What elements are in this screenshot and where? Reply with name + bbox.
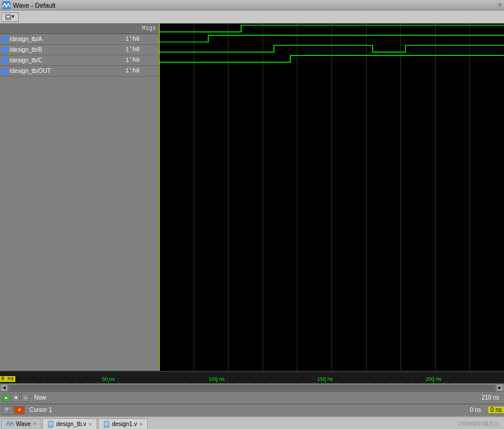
tab-design1-label: design1.v	[112, 421, 137, 427]
tick-small	[206, 382, 207, 383]
tick-small	[249, 382, 250, 383]
doc-icon-2	[104, 421, 110, 428]
tick-small	[238, 382, 239, 383]
tick-small	[260, 382, 261, 383]
msgs-col-header: Msgs	[100, 25, 158, 32]
svg-rect-3	[48, 421, 54, 428]
wave-area[interactable]	[159, 24, 504, 371]
tick-small	[477, 382, 478, 383]
tick-small	[65, 382, 65, 383]
tick-small	[227, 382, 228, 383]
tick-small	[11, 382, 11, 383]
tick-small	[76, 382, 77, 383]
cursor-line	[159, 24, 160, 371]
doc-icon-1	[48, 421, 54, 428]
tick-small	[32, 382, 33, 383]
signal-row-1[interactable]: /design_tb/B 1'h0	[0, 45, 158, 55]
status-icons-2: 🔍 ⊕	[0, 406, 27, 414]
tick-small	[445, 382, 445, 383]
tick-small	[423, 382, 423, 383]
signal-area: Msgs /design_tb/A 1'h0 /design_tb/B 1'h0…	[0, 24, 504, 371]
status-icon-2: ■	[12, 394, 20, 402]
status-icons-1: ▶ ■ ↺	[0, 394, 32, 402]
statusbar: ▶ ■ ↺ Now 210 ns 🔍 ⊕ Cursor 1	[0, 391, 504, 416]
tick-small	[466, 382, 466, 383]
tick-small	[433, 382, 434, 383]
signal-row-3[interactable]: /design_tb/OUT 1'h0	[0, 66, 158, 77]
tick-small	[130, 382, 131, 383]
scroll-right[interactable]: ▶	[496, 384, 504, 392]
signal-name-2: /design_tb/C	[9, 57, 123, 64]
tick-small	[184, 382, 185, 383]
tick-small	[369, 382, 369, 383]
signal-value-2: 1'h0	[123, 57, 158, 64]
dropdown-btn[interactable]: ▼	[1, 12, 19, 22]
zoom-icon[interactable]: 🔍	[2, 406, 13, 414]
signal-row-2[interactable]: /design_tb/C 1'h0	[0, 55, 158, 66]
wave-tab-icon	[6, 421, 14, 427]
svg-rect-6	[104, 421, 110, 428]
tick-small	[282, 382, 283, 383]
tick-small	[357, 382, 358, 383]
cursor-value: 0 ns	[470, 407, 486, 413]
tick-small	[379, 382, 380, 383]
tab-design-tb-label: design_tb.v	[56, 421, 86, 427]
now-label: Now	[32, 394, 48, 401]
cursor-highlight: 0 ns	[488, 407, 504, 413]
titlebar-title: Wave - Default	[13, 2, 55, 9]
tick-small	[390, 382, 391, 383]
tick-small	[152, 382, 152, 383]
titlebar: Wave - Default ≡	[0, 0, 504, 11]
tabbar: Wave × design_tb.v × design1.v × CSDN@日星…	[0, 416, 504, 429]
tick-small	[141, 382, 141, 383]
tick-small	[336, 382, 337, 383]
signal-panel: Msgs /design_tb/A 1'h0 /design_tb/B 1'h0…	[0, 24, 159, 371]
tick-small	[44, 382, 44, 383]
tick-small	[0, 382, 1, 383]
signal-value-0: 1'h0	[123, 36, 158, 42]
timeline-ruler: 50 ns100 ns150 ns200 ns0 ns	[0, 371, 504, 383]
tick-small	[293, 382, 293, 383]
cursor-icon[interactable]: ⊕	[14, 406, 25, 414]
watermark: CSDN@日星月云	[457, 420, 499, 428]
cursor-time-label: 0 ns	[0, 376, 15, 382]
signal-name-0: /design_tb/A	[9, 36, 123, 42]
tick-small	[271, 382, 271, 383]
scroll-left[interactable]: ◀	[0, 384, 8, 392]
signal-row-0[interactable]: /design_tb/A 1'h0	[0, 34, 158, 45]
toolbar: ▼	[0, 11, 504, 24]
scroll-track[interactable]	[9, 385, 495, 391]
tick-small	[173, 382, 174, 383]
tab-wave-close[interactable]: ×	[33, 421, 36, 427]
signal-name-1: /design_tb/B	[9, 46, 123, 53]
tick-small	[401, 382, 402, 383]
scrollbar[interactable]: ◀ ▶	[0, 383, 504, 391]
status-row2: 🔍 ⊕ Cursor 1 0 ns 0 ns	[0, 404, 504, 416]
tab-design-tb[interactable]: design_tb.v ×	[42, 418, 97, 429]
tab-design1-close[interactable]: ×	[140, 421, 142, 427]
tick-small	[455, 382, 456, 383]
tab-design-tb-close[interactable]: ×	[89, 421, 92, 427]
signal-header: Msgs	[0, 24, 158, 34]
cursor-label: Cursor 1	[27, 407, 54, 413]
tab-design1[interactable]: design1.v ×	[98, 418, 148, 429]
tick-small	[325, 382, 326, 383]
tick-small	[303, 382, 304, 383]
tick-small	[347, 382, 347, 383]
tick-small	[499, 382, 499, 383]
tick-small	[119, 382, 120, 383]
waveform-path	[159, 25, 504, 32]
tick-small	[54, 382, 55, 383]
tick-small	[217, 382, 217, 383]
signal-diamond-3	[1, 66, 9, 75]
tab-wave[interactable]: Wave ×	[1, 418, 41, 429]
signal-diamond-2	[1, 56, 9, 64]
tick-small	[87, 382, 87, 383]
now-value: 210 ns	[482, 394, 504, 401]
tick-small	[488, 382, 488, 383]
tick-small	[163, 382, 163, 383]
waveform-path	[159, 35, 504, 42]
tick-small	[412, 382, 412, 383]
dropdown-icon	[5, 14, 11, 20]
signal-diamond-1	[1, 45, 9, 54]
